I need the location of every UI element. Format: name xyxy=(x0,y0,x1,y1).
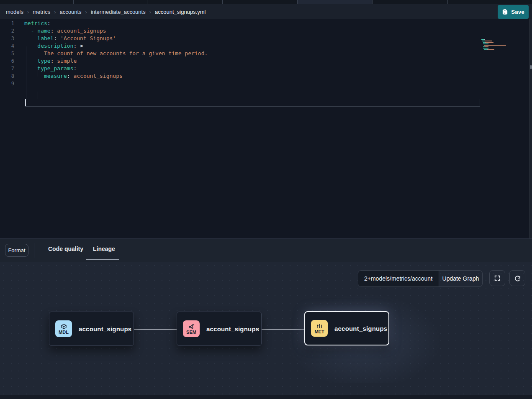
editor-tab-active[interactable] xyxy=(298,0,373,4)
metric-badge: MET xyxy=(311,320,328,337)
editor-tab-strip xyxy=(0,0,532,4)
save-button-label: Save xyxy=(511,9,524,15)
lineage-selector-input[interactable] xyxy=(358,271,439,286)
save-button[interactable]: Save xyxy=(498,5,529,19)
lineage-edge xyxy=(262,329,304,330)
cube-icon xyxy=(61,323,67,330)
line-number: 6 xyxy=(0,57,18,65)
badge-label: MDL xyxy=(59,330,69,335)
ide-window: models›metrics›accounts›intermediate_acc… xyxy=(0,0,532,399)
code-editor[interactable]: 123456789 metrics: - name: account_signu… xyxy=(0,19,532,238)
minimap-line xyxy=(481,48,488,49)
tab-code-quality[interactable]: Code quality xyxy=(48,239,83,259)
breadcrumb-item[interactable]: models xyxy=(6,9,23,15)
indent-guide xyxy=(38,92,38,99)
badge-label: SEM xyxy=(186,330,196,335)
lineage-selector-group: Update Graph xyxy=(358,270,483,287)
text-cursor xyxy=(25,99,26,106)
line-number: 7 xyxy=(0,65,18,72)
line-number: 8 xyxy=(0,72,18,80)
breadcrumb: models›metrics›accounts›intermediate_acc… xyxy=(6,9,529,15)
editor-tab[interactable] xyxy=(0,0,74,4)
line-number: 1 xyxy=(0,20,18,27)
line-number: 9 xyxy=(0,80,18,87)
fullscreen-icon xyxy=(494,275,501,281)
editor-tab[interactable] xyxy=(223,0,298,4)
editor-tab[interactable] xyxy=(448,0,523,4)
semantic-model-badge: SEM xyxy=(183,320,200,337)
minimap-line xyxy=(481,49,494,50)
fullscreen-button[interactable] xyxy=(489,270,505,286)
lineage-canvas[interactable]: Update Graph xyxy=(0,262,532,383)
minimap-line xyxy=(481,46,488,47)
editor-tab[interactable] xyxy=(147,0,223,4)
editor-scrollbar[interactable] xyxy=(529,19,532,238)
active-tab-underline xyxy=(86,259,119,260)
minimap-line xyxy=(481,42,493,43)
lineage-node-metric[interactable]: MET account_signups xyxy=(304,311,389,345)
panel-tab-row: Format Code quality Lineage xyxy=(0,239,532,262)
code-line: label: 'Account Signups' xyxy=(24,35,480,42)
save-disk-icon xyxy=(502,9,508,15)
model-badge: MDL xyxy=(55,320,72,337)
breadcrumb-separator-icon: › xyxy=(27,9,29,15)
code-line: The count of new accounts for a given ti… xyxy=(24,50,480,57)
code-content[interactable]: metrics: - name: account_signups label: … xyxy=(24,20,480,87)
breadcrumb-item[interactable]: account_signups.yml xyxy=(155,9,206,15)
code-line: measure: account_signups xyxy=(24,72,480,80)
lineage-node-model[interactable]: MDL account_signups xyxy=(49,312,134,346)
semantic-nodes-icon xyxy=(188,323,195,330)
editor-tab[interactable] xyxy=(74,0,147,4)
editor-tab[interactable] xyxy=(373,0,448,4)
tab-lineage[interactable]: Lineage xyxy=(93,239,115,259)
breadcrumb-separator-icon: › xyxy=(149,9,151,15)
breadcrumb-separator-icon: › xyxy=(85,9,87,15)
code-line xyxy=(24,80,480,87)
code-line: description: > xyxy=(24,42,480,50)
lineage-node-semantic-model[interactable]: SEM account_signups xyxy=(177,312,262,346)
line-number: 4 xyxy=(0,42,18,50)
code-line: metrics: xyxy=(24,20,480,27)
current-line-highlight xyxy=(25,99,480,107)
minimap-line xyxy=(481,41,492,41)
refresh-button[interactable] xyxy=(509,270,525,286)
bottom-panel: Format Code quality Lineage Update Graph xyxy=(0,238,532,399)
line-number: 3 xyxy=(0,35,18,42)
lineage-edge xyxy=(134,329,177,330)
minimap[interactable] xyxy=(481,19,529,238)
editor-tab[interactable] xyxy=(523,0,532,4)
metric-chart-icon xyxy=(316,323,323,329)
code-line: type: simple xyxy=(24,57,480,65)
breadcrumb-item[interactable]: intermediate_accounts xyxy=(91,9,146,15)
breadcrumb-separator-icon: › xyxy=(54,9,56,15)
minimap-line xyxy=(481,45,506,46)
node-label: account_signups xyxy=(206,325,259,332)
breadcrumb-bar: models›metrics›accounts›intermediate_acc… xyxy=(0,4,532,19)
line-number: 2 xyxy=(0,27,18,35)
refresh-icon xyxy=(514,275,521,282)
code-line: type_params: xyxy=(24,65,480,72)
lineage-canvas-lower[interactable] xyxy=(0,383,532,395)
minimap-line xyxy=(481,43,489,44)
minimap-line xyxy=(481,39,485,40)
line-number-gutter: 123456789 xyxy=(0,20,18,87)
node-label: account_signups xyxy=(334,325,387,332)
scrollbar-handle[interactable] xyxy=(530,65,532,69)
tab-divider xyxy=(34,243,34,258)
code-line: - name: account_signups xyxy=(24,27,480,35)
line-number: 5 xyxy=(0,50,18,57)
update-graph-button[interactable]: Update Graph xyxy=(439,271,482,286)
node-label: account_signups xyxy=(79,325,131,332)
badge-label: MET xyxy=(314,330,324,334)
breadcrumb-item[interactable]: metrics xyxy=(33,9,50,15)
format-button[interactable]: Format xyxy=(5,244,28,257)
breadcrumb-item[interactable]: accounts xyxy=(60,9,82,15)
footer-strip xyxy=(0,395,532,399)
